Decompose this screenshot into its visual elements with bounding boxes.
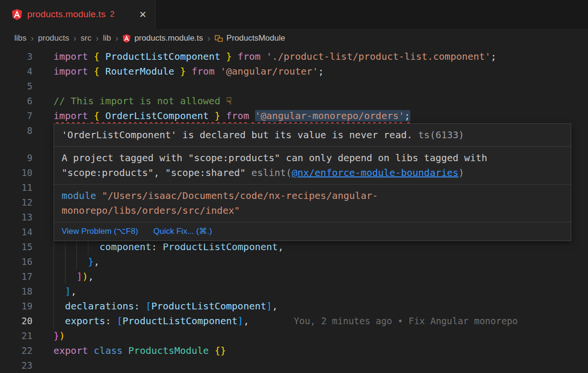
line-number[interactable]: 3 bbox=[0, 49, 32, 64]
hover-row-ts-diagnostic: 'OrderListComponent' is declared but its… bbox=[54, 124, 571, 147]
problem-hover-popup: 'OrderListComponent' is declared but its… bbox=[53, 123, 571, 241]
breadcrumb-item-file[interactable]: products.module.ts bbox=[122, 33, 203, 43]
code-token: {} bbox=[214, 345, 226, 356]
code-token bbox=[209, 110, 214, 121]
code-token: import bbox=[53, 66, 88, 77]
code-line-20[interactable]: 20 exports: [ProductListComponent],You, … bbox=[0, 314, 588, 329]
code-line-17[interactable]: 17 ]), bbox=[0, 269, 588, 284]
code-token: declarations bbox=[65, 300, 134, 312]
line-number[interactable]: 20 bbox=[0, 314, 32, 329]
code-token: from bbox=[237, 51, 260, 62]
code-text: component: ProductListComponent, bbox=[53, 240, 284, 254]
code-token: ☟ bbox=[226, 95, 232, 107]
code-line-15[interactable]: 15 component: ProductListComponent, bbox=[0, 240, 588, 254]
breadcrumb-item-products[interactable]: products bbox=[38, 33, 69, 43]
line-number[interactable]: 10 bbox=[0, 165, 32, 180]
code-line-6[interactable]: 6// This import is not allowed ☟ bbox=[0, 94, 588, 109]
code-text: ], bbox=[53, 284, 76, 299]
code-token: './product-list/product-list.component' bbox=[267, 51, 491, 62]
code-token: : bbox=[134, 300, 140, 312]
line-number[interactable]: 11 bbox=[0, 180, 32, 195]
code-token: ) bbox=[59, 330, 65, 341]
line-number[interactable]: 13 bbox=[0, 210, 32, 225]
code-editor[interactable]: 'OrderListComponent' is declared but its… bbox=[0, 48, 588, 373]
close-icon[interactable]: ✕ bbox=[139, 9, 147, 20]
code-text: export class ProductsModule {} bbox=[53, 343, 226, 358]
breadcrumb-item-lib[interactable]: lib bbox=[103, 33, 111, 43]
line-number[interactable]: 23 bbox=[0, 358, 32, 373]
code-line-16[interactable]: 16 }, bbox=[0, 254, 588, 269]
line-number[interactable]: 21 bbox=[0, 329, 32, 343]
code-line-18[interactable]: 18 ], bbox=[0, 284, 588, 299]
chevron-right-icon bbox=[31, 33, 34, 44]
line-number[interactable]: 22 bbox=[0, 343, 32, 358]
eslint-rule-link[interactable]: @nx/enforce-module-boundaries bbox=[292, 167, 459, 178]
line-number[interactable]: 16 bbox=[0, 254, 32, 269]
code-line-21[interactable]: 21}) bbox=[0, 329, 588, 343]
line-number[interactable]: 4 bbox=[0, 64, 32, 79]
code-line-3[interactable]: 3import { ProductListComponent } from '.… bbox=[0, 49, 588, 64]
breadcrumb-item-src[interactable]: src bbox=[81, 33, 92, 43]
line-number[interactable]: 15 bbox=[0, 240, 32, 254]
code-token: [ bbox=[146, 300, 151, 312]
code-token: // This import is not allowed bbox=[53, 95, 226, 107]
code-token bbox=[53, 300, 65, 312]
breadcrumb-item-symbol[interactable]: ProductsModule bbox=[214, 33, 285, 43]
vscode-window: products.module.ts 2 ✕ libs products src… bbox=[0, 0, 588, 373]
line-number[interactable]: 17 bbox=[0, 269, 32, 284]
hover-text: "scope:products", "scope:shared" bbox=[62, 167, 246, 178]
code-token: class bbox=[94, 345, 122, 356]
code-token: } bbox=[226, 51, 232, 62]
line-number[interactable]: 8 bbox=[0, 123, 32, 138]
code-text: }, bbox=[53, 254, 99, 269]
code-token bbox=[88, 110, 94, 121]
line-number[interactable]: 6 bbox=[0, 94, 32, 109]
code-token bbox=[53, 271, 76, 282]
hover-text-line: "scope:products", "scope:shared" eslint(… bbox=[62, 165, 563, 180]
line-number[interactable]: 19 bbox=[0, 299, 32, 314]
hover-text: A project tagged with "scope:products" c… bbox=[62, 152, 487, 164]
code-line-7[interactable]: 7import { OrderListComponent } from '@an… bbox=[0, 109, 588, 123]
code-text: import { RouterModule } from '@angular/r… bbox=[53, 64, 324, 79]
code-token bbox=[88, 66, 94, 77]
code-token bbox=[111, 315, 117, 327]
hover-row-module-info: module "/Users/isaac/Documents/code/nx-r… bbox=[54, 185, 571, 222]
code-line-23[interactable]: 23 bbox=[0, 358, 588, 373]
breadcrumb: libs products src lib products.module.ts bbox=[0, 29, 588, 48]
code-text: // This import is not allowed ☟ bbox=[53, 94, 232, 109]
line-number[interactable]: 7 bbox=[0, 109, 32, 123]
tab-filename: products.module.ts bbox=[27, 9, 106, 20]
line-number[interactable]: 12 bbox=[0, 195, 32, 210]
code-line-19[interactable]: 19 declarations: [ProductListComponent], bbox=[0, 299, 588, 314]
code-token: export bbox=[53, 345, 88, 356]
line-number[interactable]: 14 bbox=[0, 225, 32, 240]
view-problem-action[interactable]: View Problem (⌥F8) bbox=[62, 226, 138, 237]
hover-row-eslint-diagnostic: A project tagged with "scope:products" c… bbox=[54, 147, 571, 185]
code-token bbox=[249, 110, 255, 121]
hover-text-line: 'OrderListComponent' is declared but its… bbox=[62, 128, 563, 143]
code-token: } bbox=[53, 330, 59, 341]
code-token bbox=[186, 66, 192, 77]
tab-products-module[interactable]: products.module.ts 2 ✕ bbox=[0, 0, 156, 29]
code-token bbox=[99, 66, 105, 77]
code-line-4[interactable]: 4import { RouterModule } from '@angular/… bbox=[0, 64, 588, 79]
code-token bbox=[53, 285, 65, 297]
code-token bbox=[174, 66, 180, 77]
code-line-22[interactable]: 22export class ProductsModule {} bbox=[0, 343, 588, 358]
hover-text-line: monorepo/libs/orders/src/index" bbox=[62, 203, 563, 218]
code-token bbox=[261, 51, 267, 62]
code-token bbox=[88, 51, 94, 62]
code-line-5[interactable]: 5 bbox=[0, 79, 588, 94]
angular-icon bbox=[122, 34, 131, 43]
code-text: import { OrderListComponent } from '@ang… bbox=[53, 109, 410, 123]
line-number[interactable]: 5 bbox=[0, 79, 32, 94]
line-number[interactable]: 18 bbox=[0, 284, 32, 299]
code-token bbox=[99, 51, 105, 62]
code-token: ] bbox=[267, 300, 272, 312]
code-token: RouterModule bbox=[105, 66, 174, 77]
breadcrumb-item-libs[interactable]: libs bbox=[14, 33, 27, 43]
quick-fix-action[interactable]: Quick Fix... (⌘.) bbox=[153, 226, 212, 237]
line-number[interactable]: 9 bbox=[0, 151, 32, 165]
code-token: : bbox=[151, 241, 157, 252]
code-token: OrderListComponent bbox=[105, 110, 209, 121]
